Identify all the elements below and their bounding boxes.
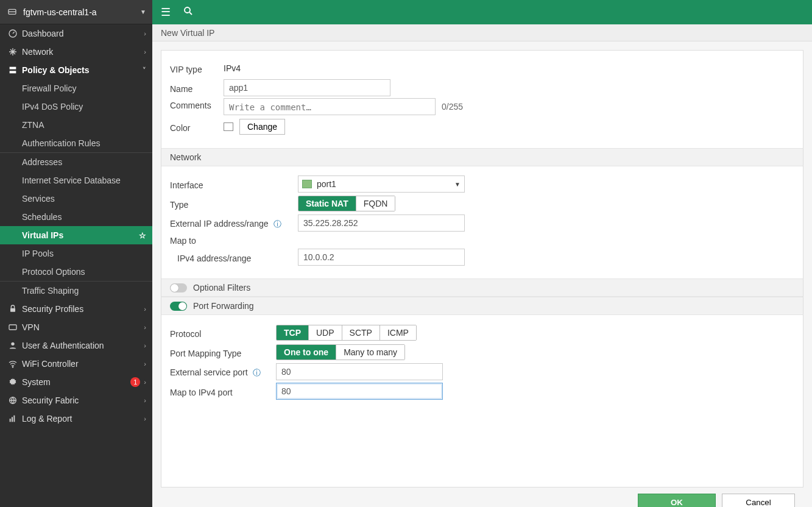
nav-sub-firewall-policy[interactable]: Firewall Policy: [0, 79, 152, 98]
svg-rect-11: [12, 417, 13, 422]
interface-select[interactable]: port1 ▼: [298, 176, 465, 193]
port-mapping-option-one[interactable]: One to one: [277, 345, 336, 360]
comments-label: Comments: [170, 98, 224, 110]
svg-point-6: [11, 342, 14, 346]
dashboard-icon: [6, 29, 19, 38]
nav-sub-schedules[interactable]: Schedules: [0, 208, 152, 226]
chevron-right-icon: ›: [144, 415, 146, 422]
nav-sub-ip-pools[interactable]: IP Pools: [0, 244, 152, 263]
topbar: ☰: [152, 0, 812, 24]
nav-security-fabric[interactable]: Security Fabric ›: [0, 391, 152, 410]
ext-ip-label: External IP address/range ⓘ: [170, 216, 298, 230]
cancel-button[interactable]: Cancel: [722, 494, 795, 507]
star-icon: ☆: [139, 231, 146, 240]
nav-vpn[interactable]: VPN ›: [0, 318, 152, 336]
protocol-option-tcp[interactable]: TCP: [277, 325, 309, 340]
network-section-header: Network: [161, 148, 803, 166]
vip-type-value: IPv4: [224, 63, 241, 73]
map-port-input[interactable]: [276, 383, 443, 400]
nav-sub-label: Schedules: [22, 212, 62, 222]
protocol-option-sctp[interactable]: SCTP: [342, 325, 380, 340]
nav-sub-label: IPv4 DoS Policy: [22, 102, 83, 112]
info-icon[interactable]: ⓘ: [274, 219, 281, 229]
svg-rect-10: [10, 419, 11, 422]
protocol-segmented: TCP UDP SCTP ICMP: [276, 325, 417, 341]
nav-label: VPN: [22, 322, 144, 332]
nav-sub-virtual-ips[interactable]: Virtual IPs ☆: [0, 226, 152, 244]
info-icon[interactable]: ⓘ: [253, 368, 261, 377]
nav-policy-objects[interactable]: Policy & Objects ˅: [0, 61, 152, 79]
chevron-down-icon: ˅: [143, 66, 146, 74]
ok-button[interactable]: OK: [638, 494, 716, 507]
protocol-option-icmp[interactable]: ICMP: [380, 325, 416, 340]
search-icon[interactable]: [183, 5, 194, 20]
nav-sub-label: Authentication Rules: [22, 138, 100, 148]
type-option-static-nat[interactable]: Static NAT: [298, 196, 356, 211]
port-icon: [302, 180, 312, 188]
color-swatch-icon: [224, 122, 233, 131]
ipv4-range-input[interactable]: [298, 249, 465, 266]
nav-user-auth[interactable]: User & Authentication ›: [0, 336, 152, 355]
wifi-icon: [6, 359, 19, 369]
sidebar: fgtvm-us-central1-a ▼ Dashboard › Networ…: [0, 0, 152, 507]
report-icon: [6, 414, 19, 424]
nav-sub-ztna[interactable]: ZTNA: [0, 116, 152, 134]
network-header-label: Network: [170, 152, 201, 162]
change-color-button[interactable]: Change: [239, 119, 285, 135]
nav-sub-ipv4-dos[interactable]: IPv4 DoS Policy: [0, 98, 152, 116]
nav-network[interactable]: Network ›: [0, 43, 152, 61]
form-footer: OK Cancel: [161, 488, 803, 507]
nav-wifi[interactable]: WiFi Controller ›: [0, 355, 152, 373]
chevron-right-icon: ›: [144, 397, 146, 404]
policy-icon: [6, 65, 19, 75]
svg-rect-12: [13, 416, 15, 422]
fabric-icon: [6, 395, 19, 405]
nav-sub-label: Addresses: [22, 157, 62, 167]
user-icon: [6, 341, 19, 350]
chevron-right-icon: ›: [144, 48, 146, 55]
interface-value: port1: [317, 179, 336, 189]
nav-log-report[interactable]: Log & Report ›: [0, 410, 152, 428]
optional-filters-label: Optional Filters: [193, 283, 250, 292]
nav-sub-label: Internet Service Database: [22, 176, 121, 185]
svg-rect-5: [9, 325, 16, 330]
optional-filters-toggle[interactable]: [170, 283, 187, 292]
port-mapping-label: Port Mapping Type: [170, 346, 276, 358]
protocol-option-udp[interactable]: UDP: [309, 325, 342, 340]
ext-port-input[interactable]: [276, 363, 443, 380]
chevron-right-icon: ›: [144, 342, 146, 349]
interface-label: Interface: [170, 178, 298, 190]
ext-ip-input[interactable]: [298, 214, 465, 232]
nav-sub-traffic-shaping[interactable]: Traffic Shaping: [0, 282, 152, 300]
type-option-fqdn[interactable]: FQDN: [356, 196, 395, 211]
menu-toggle-icon[interactable]: ☰: [161, 5, 171, 19]
svg-point-7: [12, 367, 13, 367]
ext-port-label-text: External service port: [170, 367, 248, 377]
chevron-right-icon: ›: [144, 324, 146, 331]
comments-counter: 0/255: [442, 102, 463, 112]
page-title-bar: New Virtual IP: [152, 24, 812, 41]
nav-sub-label: Virtual IPs: [22, 230, 63, 240]
nav-sub-services[interactable]: Services: [0, 190, 152, 208]
port-mapping-option-many[interactable]: Many to many: [336, 345, 404, 360]
name-input[interactable]: [224, 79, 390, 96]
nav-label: Network: [22, 47, 144, 57]
page-title: New Virtual IP: [161, 28, 214, 38]
nav-security-profiles[interactable]: Security Profiles ›: [0, 300, 152, 318]
chevron-right-icon: ›: [144, 30, 146, 37]
nav-sub-isdb[interactable]: Internet Service Database: [0, 171, 152, 190]
chevron-right-icon: ›: [144, 360, 146, 367]
nav-dashboard[interactable]: Dashboard ›: [0, 24, 152, 43]
comments-textarea[interactable]: [224, 98, 436, 115]
nav-sub-protocol-options[interactable]: Protocol Options: [0, 263, 152, 281]
nav-label: Security Fabric: [22, 395, 144, 405]
nav-sub-addresses[interactable]: Addresses: [0, 153, 152, 171]
port-forwarding-toggle[interactable]: [170, 302, 187, 311]
svg-point-13: [185, 7, 190, 13]
nav-system[interactable]: System 1 ›: [0, 373, 152, 391]
host-selector[interactable]: fgtvm-us-central1-a ▼: [0, 0, 152, 24]
nav-sub-auth-rules[interactable]: Authentication Rules: [0, 134, 152, 152]
ext-port-label: External service port ⓘ: [170, 365, 276, 378]
device-icon: [6, 7, 18, 17]
svg-rect-2: [10, 67, 16, 69]
